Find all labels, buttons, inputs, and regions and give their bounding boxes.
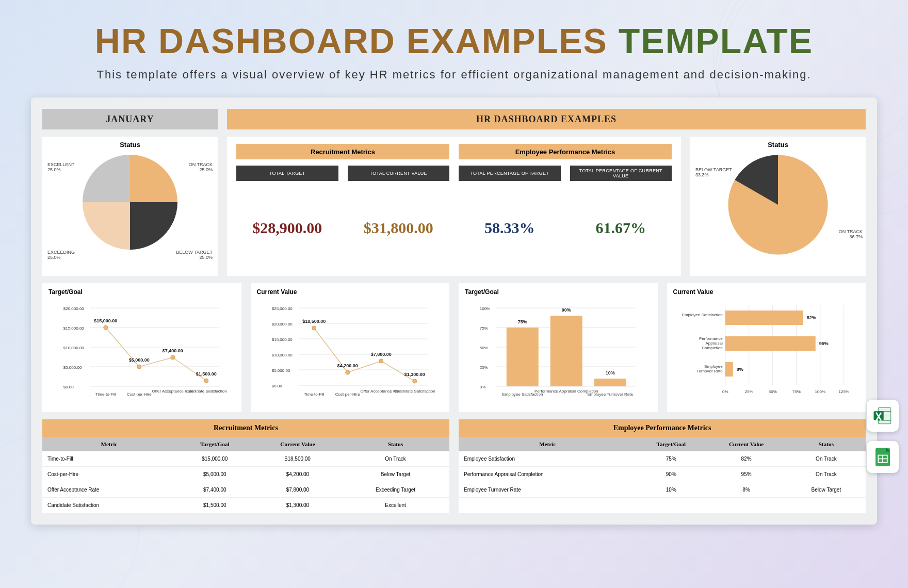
tbl1-header: Recruitment Metrics — [42, 419, 449, 437]
svg-text:$10,000.00: $10,000.00 — [63, 346, 85, 350]
svg-text:100%: 100% — [815, 389, 825, 394]
svg-text:$15,000.00: $15,000.00 — [63, 326, 85, 331]
svg-text:$4,200.00: $4,200.00 — [337, 363, 358, 368]
table-performance-metrics: Employee Performance Metrics Metric Targ… — [459, 419, 866, 513]
metrics-group2: Employee Performance Metrics — [459, 144, 672, 159]
table-row: Time-to-Fill$15,000.00$18,500.00On Track — [42, 451, 449, 467]
page-title: HR DASHBOARD EXAMPLES TEMPLATE — [31, 21, 877, 61]
svg-point-13 — [171, 355, 175, 360]
tbl1-col-status: Status — [342, 437, 449, 451]
month-header: JANUARY — [42, 109, 218, 129]
svg-text:Completion: Completion — [702, 346, 722, 350]
svg-text:8%: 8% — [736, 367, 743, 372]
chart-current-recruitment: Current Value $25,000.00 $20,000.00 $15,… — [251, 283, 450, 412]
mini1-title: Target/Goal — [48, 288, 235, 296]
pie1-label-exceeding: EXCEEDING25.0% — [47, 250, 75, 260]
svg-text:Candidate Satisfaction: Candidate Satisfaction — [186, 389, 227, 394]
tbl1-col-metric: Metric — [42, 437, 176, 451]
chart-current-performance: Current Value 82% 95% 8% — [667, 283, 866, 412]
svg-text:$1,300.00: $1,300.00 — [404, 372, 425, 377]
pie1-label-ontrack: ON TRACK25.0% — [189, 162, 213, 173]
svg-text:Appraisal: Appraisal — [705, 341, 723, 346]
svg-text:82%: 82% — [806, 315, 816, 320]
table-row: Performance Appraisal Completion90%95%On… — [459, 467, 866, 482]
title-accent: TEMPLATE — [619, 21, 813, 60]
svg-text:$25,000.00: $25,000.00 — [271, 306, 293, 311]
svg-text:$0.00: $0.00 — [63, 385, 74, 389]
chart-target-recruitment: Target/Goal $20,000.00 $15,000.00 $10,00… — [42, 283, 241, 412]
title-main: HR DASHBOARD EXAMPLES — [95, 21, 608, 60]
metrics-summary: Recruitment Metrics TOTAL TARGET $28,900… — [227, 137, 681, 276]
tbl2-col-current: Current Value — [706, 437, 787, 451]
svg-text:$7,400.00: $7,400.00 — [163, 348, 183, 353]
app-badges — [867, 400, 899, 473]
metric-sub-total-target: TOTAL TARGET — [236, 166, 338, 181]
svg-text:75%: 75% — [518, 319, 527, 324]
svg-text:75%: 75% — [480, 326, 488, 331]
svg-text:$5,000.00: $5,000.00 — [271, 368, 290, 373]
pie2-title: Status — [695, 141, 861, 149]
svg-point-38 — [412, 379, 416, 383]
svg-point-37 — [379, 359, 383, 363]
pie1-svg — [78, 151, 182, 254]
mini3-title: Target/Goal — [465, 288, 652, 296]
pie2-label-below: BELOW TARGET33.3% — [695, 168, 732, 178]
svg-text:Employee Satisfaction: Employee Satisfaction — [682, 313, 722, 317]
metric-sub-total-current: TOTAL CURRENT VALUE — [348, 166, 450, 181]
status-pie-january: Status EXCELLENT25.0% ON TRACK25.0% EXCE… — [42, 137, 218, 276]
svg-text:Time-to-Fill: Time-to-Fill — [95, 392, 116, 397]
main-header: HR DASHBOARD EXAMPLES — [227, 109, 866, 129]
svg-text:$1,500.00: $1,500.00 — [196, 371, 217, 377]
table-recruitment-metrics: Recruitment Metrics Metric Target/Goal C… — [42, 419, 449, 513]
metrics-group1: Recruitment Metrics — [236, 144, 449, 159]
svg-text:$10,000.00: $10,000.00 — [271, 353, 293, 357]
table-row: Employee Turnover Rate10%8%Below Target — [459, 482, 866, 498]
page-subtitle: This template offers a visual overview o… — [93, 66, 815, 83]
svg-point-12 — [137, 365, 141, 369]
svg-text:Performance: Performance — [699, 336, 722, 341]
svg-rect-57 — [507, 328, 539, 386]
metric-val-pct-target: 58.33% — [459, 187, 561, 269]
sheets-icon — [867, 441, 899, 473]
svg-rect-59 — [594, 379, 626, 386]
metric-val-total-current: $31,800.00 — [348, 187, 450, 269]
table-row: Employee Satisfaction75%82%On Track — [459, 451, 866, 467]
svg-text:Employee Turnover Rate: Employee Turnover Rate — [588, 392, 634, 397]
tbl1-col-current: Current Value — [254, 437, 342, 451]
svg-text:$20,000.00: $20,000.00 — [271, 322, 293, 326]
svg-point-36 — [345, 370, 349, 374]
svg-text:$5,000.00: $5,000.00 — [129, 357, 150, 363]
svg-text:Employee: Employee — [704, 364, 723, 369]
svg-text:Time-to-Fill: Time-to-Fill — [303, 392, 324, 397]
tbl1-col-target: Target/Goal — [176, 437, 254, 451]
svg-text:75%: 75% — [792, 389, 800, 394]
svg-text:10%: 10% — [606, 370, 615, 375]
svg-rect-93 — [878, 420, 891, 421]
svg-point-11 — [104, 325, 108, 330]
svg-rect-72 — [725, 311, 803, 325]
svg-text:0%: 0% — [722, 389, 728, 394]
pie1-title: Status — [47, 141, 213, 149]
svg-text:25%: 25% — [744, 389, 753, 394]
metric-sub-pct-target: TOTAL PERCENTAGE OF TARGET — [459, 166, 561, 181]
svg-text:$20,000.00: $20,000.00 — [63, 306, 85, 311]
table-row: Cost-per-Hire$5,000.00$4,200.00Below Tar… — [42, 467, 449, 482]
tbl2-header: Employee Performance Metrics — [459, 419, 866, 437]
svg-text:$0.00: $0.00 — [271, 384, 282, 388]
svg-text:Cost-per-Hire: Cost-per-Hire — [335, 392, 360, 397]
svg-text:$18,500.00: $18,500.00 — [302, 319, 326, 324]
svg-point-35 — [312, 326, 316, 330]
pie2-label-ontrack: ON TRACK66.7% — [839, 230, 863, 240]
svg-rect-58 — [550, 316, 582, 386]
dashboard-board: JANUARY HR DASHBOARD EXAMPLES Status EXC… — [31, 97, 877, 525]
svg-text:$15,000.00: $15,000.00 — [94, 318, 117, 323]
svg-text:95%: 95% — [819, 341, 828, 346]
svg-text:25%: 25% — [480, 365, 488, 370]
svg-text:0%: 0% — [480, 385, 486, 389]
excel-icon — [867, 400, 899, 432]
tbl2-col-target: Target/Goal — [636, 437, 706, 451]
svg-rect-74 — [725, 362, 733, 377]
svg-text:90%: 90% — [562, 307, 571, 313]
svg-text:Cost-per-Hire: Cost-per-Hire — [127, 392, 152, 397]
status-pie-performance: Status BELOW TARGET33.3% ON TRACK66.7% — [690, 137, 866, 276]
